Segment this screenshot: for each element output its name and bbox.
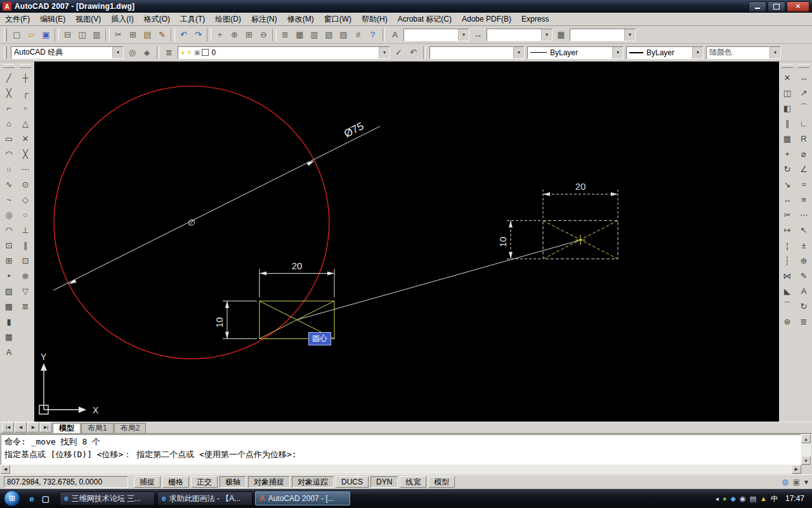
undo-icon[interactable]: ↶ bbox=[176, 28, 191, 42]
scroll-left-icon[interactable]: ◀ bbox=[1, 465, 10, 474]
redo-icon[interactable]: ↷ bbox=[191, 28, 206, 42]
radius-dimension-icon[interactable]: R bbox=[796, 131, 811, 146]
spline-icon[interactable]: ~ bbox=[1, 192, 16, 207]
scroll-right-icon[interactable]: ▶ bbox=[792, 465, 801, 474]
rotate-icon[interactable]: ↻ bbox=[780, 161, 795, 177]
plotstyle-control-combo[interactable]: 随颜色 ▾ bbox=[706, 46, 781, 59]
extend-icon[interactable]: ↦ bbox=[780, 222, 795, 237]
designcenter-icon[interactable]: ▦ bbox=[292, 28, 307, 42]
menu-item[interactable]: 编辑(E) bbox=[35, 13, 70, 26]
apparent-intersection-snap-icon[interactable]: ╳ bbox=[18, 146, 33, 161]
pan-icon[interactable]: + bbox=[213, 28, 227, 42]
task-ie-help[interactable]: e 求助此图画法 - 【A... bbox=[157, 491, 252, 505]
extension-snap-icon[interactable]: ⋯ bbox=[18, 161, 33, 177]
toolbar-grip[interactable] bbox=[782, 64, 793, 68]
toolbar-grip[interactable] bbox=[798, 64, 809, 68]
mirror-icon[interactable]: ◧ bbox=[780, 100, 795, 116]
toolbar-lock-icon[interactable]: ▣ bbox=[793, 478, 800, 486]
security-center-tray-icon[interactable]: ▲ bbox=[760, 495, 767, 502]
antivirus-tray-icon[interactable]: ● bbox=[723, 495, 727, 502]
ellipse-icon[interactable]: ◎ bbox=[1, 207, 16, 222]
tangent-snap-icon[interactable]: ○ bbox=[18, 207, 33, 222]
offset-icon[interactable]: ∥ bbox=[780, 116, 795, 131]
region-icon[interactable]: ▮ bbox=[1, 314, 16, 329]
plot-preview-icon[interactable]: ◫ bbox=[75, 28, 89, 42]
prev-tab-button[interactable]: ◀ bbox=[15, 422, 27, 432]
menu-item[interactable]: 修改(M) bbox=[282, 13, 319, 26]
endpoint-snap-icon[interactable]: ▫ bbox=[18, 100, 33, 116]
menu-item[interactable]: 插入(I) bbox=[106, 13, 138, 26]
chevron-down-icon[interactable]: ▾ bbox=[612, 47, 623, 58]
chevron-down-icon[interactable]: ▾ bbox=[541, 29, 552, 41]
polygon-icon[interactable]: ⌂ bbox=[1, 116, 16, 131]
tolerance-icon[interactable]: ± bbox=[796, 237, 811, 253]
zoom-previous-icon[interactable]: ⊖ bbox=[256, 28, 271, 42]
linetype-control-combo[interactable]: ByLayer ▾ bbox=[527, 46, 624, 59]
revision-cloud-icon[interactable]: ∿ bbox=[1, 177, 16, 192]
hatch-icon[interactable]: ▨ bbox=[1, 283, 16, 298]
lineweight-control-combo[interactable]: ByLayer ▾ bbox=[626, 46, 704, 59]
input-method-tray-icon[interactable]: 中 bbox=[771, 494, 778, 504]
separator[interactable] bbox=[272, 29, 277, 41]
ordinate-dimension-icon[interactable]: ∟ bbox=[796, 116, 811, 131]
table-style-icon[interactable]: ▦ bbox=[554, 28, 568, 42]
make-object-layer-current-icon[interactable]: ✓ bbox=[391, 46, 406, 60]
circle-icon[interactable]: ○ bbox=[1, 161, 16, 177]
rectangle-icon[interactable]: ▭ bbox=[1, 131, 16, 146]
color-control-combo[interactable]: ▾ bbox=[429, 46, 525, 59]
trim-icon[interactable]: ✂ bbox=[780, 207, 795, 222]
quadrant-snap-icon[interactable]: ◇ bbox=[18, 192, 33, 207]
show-desktop-icon[interactable]: ▢ bbox=[39, 492, 52, 505]
plot-icon[interactable]: ⊟ bbox=[60, 28, 75, 42]
ortho-toggle[interactable]: 正交 bbox=[191, 476, 218, 488]
layer-color-swatch[interactable] bbox=[202, 49, 209, 56]
paste-icon[interactable]: ▤ bbox=[140, 28, 155, 42]
menu-item[interactable]: 工具(T) bbox=[175, 13, 210, 26]
nearest-snap-icon[interactable]: ▽ bbox=[18, 283, 33, 298]
tool-palettes-icon[interactable]: ▥ bbox=[307, 28, 322, 42]
chevron-down-icon[interactable]: ▾ bbox=[112, 47, 123, 58]
perpendicular-snap-icon[interactable]: ⊥ bbox=[18, 222, 33, 237]
explode-icon[interactable]: ⊛ bbox=[780, 314, 795, 329]
communication-center-icon[interactable]: ◍ bbox=[782, 478, 788, 486]
dimension-style-icon[interactable]: ≣ bbox=[796, 314, 811, 329]
tab-layout2[interactable]: 布局2 bbox=[114, 423, 147, 433]
publish-icon[interactable]: ▥ bbox=[89, 28, 104, 42]
point-icon[interactable]: • bbox=[1, 268, 16, 283]
task-ie-forum[interactable]: e 三维网技术论坛 三... bbox=[60, 491, 155, 505]
menu-item[interactable]: 视图(V) bbox=[70, 13, 106, 26]
menu-item[interactable]: Express bbox=[516, 13, 554, 25]
break-at-point-icon[interactable]: ¦ bbox=[780, 237, 795, 253]
snap-toggle[interactable]: 捕捉 bbox=[134, 476, 160, 488]
grid-toggle[interactable]: 栅格 bbox=[162, 476, 189, 488]
table-icon[interactable]: ▦ bbox=[1, 329, 16, 344]
mtext-icon[interactable]: A bbox=[1, 344, 16, 359]
intersection-snap-icon[interactable]: ✕ bbox=[18, 131, 33, 146]
dimension-edit-icon[interactable]: ✎ bbox=[796, 268, 811, 283]
polar-toggle[interactable]: 极轴 bbox=[219, 476, 246, 488]
arc-icon[interactable]: ◠ bbox=[1, 146, 16, 161]
move-icon[interactable]: + bbox=[780, 146, 795, 161]
layer-combo[interactable]: ● ☀ ▣ 0 ▾ bbox=[178, 46, 390, 59]
scroll-up-icon[interactable]: ▲ bbox=[801, 434, 811, 443]
chamfer-icon[interactable]: ◣ bbox=[780, 283, 795, 298]
drawing-area[interactable]: Ø75 20 bbox=[34, 62, 779, 422]
cut-icon[interactable]: ✂ bbox=[111, 28, 126, 42]
help-icon[interactable]: ? bbox=[365, 28, 380, 42]
dyn-toggle[interactable]: DYN bbox=[370, 476, 398, 488]
match-properties-icon[interactable]: ✎ bbox=[155, 28, 169, 42]
layer-on-bulb-icon[interactable]: ● bbox=[181, 49, 185, 56]
toolbar-grip[interactable] bbox=[20, 64, 31, 68]
zoom-window-icon[interactable]: ⊞ bbox=[242, 28, 256, 42]
dimension-text-edit-icon[interactable]: A bbox=[796, 283, 811, 298]
linear-dimension-icon[interactable]: ↔ bbox=[796, 70, 811, 85]
arc-length-dimension-icon[interactable]: ⌒ bbox=[796, 100, 811, 116]
text-style-icon[interactable]: A bbox=[388, 28, 402, 42]
menu-item[interactable]: Acrobat 标记(C) bbox=[393, 13, 457, 26]
chevron-down-icon[interactable]: ▾ bbox=[379, 47, 390, 58]
scale-icon[interactable]: ↘ bbox=[780, 177, 795, 192]
command-prompt-line[interactable]: 指定基点或 [位移(D)] <位移>： 指定第二个点或 <使用第一个点作为位移>… bbox=[4, 448, 797, 461]
snap-from-icon[interactable]: ┌ bbox=[18, 85, 33, 100]
chevron-down-icon[interactable]: ▾ bbox=[458, 29, 469, 41]
ellipse-arc-icon[interactable]: ◠ bbox=[1, 222, 16, 237]
